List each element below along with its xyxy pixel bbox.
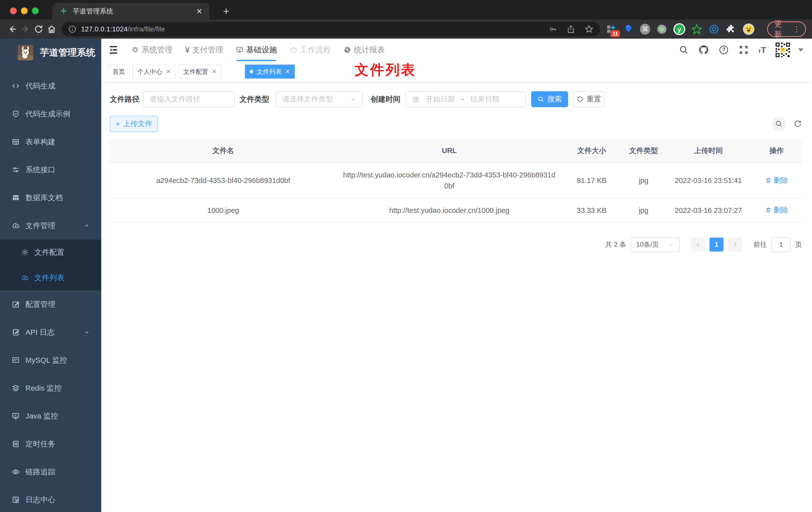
new-tab-button[interactable]: + — [220, 4, 233, 18]
tab-title: 芋道管理系统 — [73, 7, 113, 16]
sidebar-item-java-monitor[interactable]: Java 监控 — [0, 402, 101, 430]
browser-menu-icon[interactable]: ⋮ — [793, 27, 800, 31]
tag-close-icon[interactable]: ✕ — [166, 68, 171, 75]
extensions-puzzle-icon[interactable] — [725, 23, 737, 35]
nav-infrastructure[interactable]: 基础设施 — [236, 39, 277, 61]
close-window-button[interactable] — [10, 7, 17, 14]
file-path-input[interactable]: 请输入文件路径 — [143, 91, 235, 107]
nav-pay-manage[interactable]: ¥ 支付管理 — [185, 39, 223, 61]
file-type-select[interactable]: 请选择文件类型 — [276, 91, 362, 107]
chevron-down-icon — [350, 96, 356, 102]
col-uploaded: 上传时间 — [666, 139, 751, 162]
cell-size: 81.17 KB — [562, 169, 621, 192]
sidebar-item-api-log[interactable]: API 日志 — [0, 318, 101, 346]
delete-button[interactable]: 删除 — [765, 175, 788, 186]
schedule-clock-icon — [11, 440, 20, 448]
github-icon[interactable] — [698, 44, 709, 56]
code-icon — [11, 82, 20, 90]
reload-button[interactable] — [32, 22, 45, 37]
prev-page-button[interactable] — [691, 238, 705, 251]
sidebar-item-system-api[interactable]: 系统接口 — [0, 156, 101, 184]
font-size-icon[interactable]: тT — [758, 45, 766, 55]
chevron-up-icon — [84, 222, 90, 229]
tag-file-config[interactable]: 文件配置✕ — [179, 65, 222, 79]
sidebar-item-log-center[interactable]: 日志中心 — [0, 486, 101, 512]
sidebar-item-config-manage[interactable]: 配置管理 — [0, 291, 101, 318]
chevron-down-icon — [669, 242, 674, 247]
eye-extension-icon[interactable] — [708, 23, 720, 35]
toggle-search-icon[interactable] — [772, 117, 786, 131]
password-key-icon[interactable] — [548, 25, 557, 34]
yen-icon: ¥ — [185, 45, 190, 55]
reset-button[interactable]: 重置 — [573, 91, 605, 107]
sidebar-item-form-builder[interactable]: 表单构建 — [0, 128, 101, 156]
fullscreen-icon[interactable] — [738, 44, 749, 56]
table-row: a294ecb2-73dd-4353-bf40-296b8931d0bf htt… — [110, 163, 802, 199]
nav-reports[interactable]: 统计报表 — [343, 39, 385, 61]
top-header: 系统管理 ¥ 支付管理 基础设施 工作流程 统计报表 — [101, 39, 812, 61]
total-count: 共 2 条 — [605, 240, 626, 249]
sidebar-item-tracing[interactable]: 链路追踪 — [0, 458, 101, 486]
tag-profile[interactable]: 个人中心✕ — [133, 65, 176, 79]
pagination: 共 2 条 10条/页 1 前往 页 — [110, 237, 802, 252]
avatar-caret-icon[interactable] — [798, 48, 804, 52]
sidebar-item-scheduled-jobs[interactable]: 定时任务 — [0, 430, 101, 458]
search-icon[interactable] — [678, 44, 690, 56]
nav-system-manage[interactable]: 系统管理 — [131, 39, 173, 61]
col-actions: 操作 — [751, 139, 802, 162]
col-filename: 文件名 — [110, 139, 337, 162]
sidepanel-extension-icon[interactable]: 11 — [606, 23, 617, 35]
sidebar-item-redis-monitor[interactable]: Redis 监控 — [0, 374, 101, 402]
sidebar-item-file-list[interactable]: 文件列表 — [0, 265, 101, 291]
upload-file-button[interactable]: + 上传文件 — [110, 116, 158, 132]
search-button[interactable]: 搜索 — [531, 91, 568, 107]
window-controls[interactable] — [10, 7, 39, 14]
tab-close-icon[interactable]: ✕ — [196, 7, 203, 16]
recorder-extension-icon[interactable] — [656, 23, 667, 35]
goto-page-input[interactable] — [771, 237, 791, 252]
tag-close-icon[interactable]: ✕ — [285, 68, 290, 75]
forward-button[interactable] — [19, 22, 32, 37]
nav-workflow[interactable]: 工作流程 — [290, 39, 331, 61]
refresh-table-icon[interactable] — [793, 120, 802, 128]
sidebar-item-mysql-monitor[interactable]: MySQL 监控 — [0, 346, 101, 374]
sidebar-item-file-config[interactable]: 文件配置 — [0, 240, 101, 265]
user-avatar[interactable] — [775, 42, 791, 58]
browser-tab[interactable]: 芋道管理系统 ✕ — [52, 3, 209, 20]
home-button[interactable] — [45, 22, 58, 37]
sidebar-item-db-doc[interactable]: 数据库文档 — [0, 184, 101, 212]
command-extension-icon[interactable]: ⌘ — [640, 24, 650, 35]
bookmark-star-icon[interactable] — [584, 24, 594, 34]
date-separator: - — [461, 95, 464, 103]
date-end-placeholder: 结束日期 — [470, 94, 499, 104]
delete-button[interactable]: 删除 — [765, 204, 788, 215]
share-icon[interactable] — [567, 25, 575, 34]
sidebar-item-code-gen[interactable]: 代码生成 — [0, 72, 101, 100]
url-text: 127.0.0.1:1024/infra/file/file — [81, 25, 165, 33]
y-extension-icon[interactable]: y — [673, 23, 685, 35]
document-edit-icon — [11, 328, 20, 336]
profile-avatar-icon[interactable] — [743, 23, 755, 35]
update-label: 更新 — [774, 19, 788, 40]
address-bar[interactable]: 127.0.0.1:1024/infra/file/file — [62, 22, 600, 36]
sliders-icon — [11, 165, 20, 174]
sidebar-item-file-manage[interactable]: 文件管理 — [0, 212, 101, 240]
help-icon[interactable] — [718, 44, 729, 56]
balloon-extension-icon[interactable] — [623, 23, 634, 35]
cell-uploaded: 2022-03-16 23:07:27 — [666, 199, 751, 222]
browser-update-button[interactable]: 更新 ⋮ — [767, 22, 806, 37]
tag-close-icon[interactable]: ✕ — [212, 68, 217, 75]
collapse-sidebar-icon[interactable] — [105, 41, 122, 59]
sidebar-item-code-demo[interactable]: 代码生成示例 — [0, 100, 101, 128]
star-extension-icon[interactable] — [691, 23, 702, 35]
back-button[interactable] — [6, 22, 19, 37]
page-number-button[interactable]: 1 — [709, 238, 723, 251]
maximize-window-button[interactable] — [32, 7, 39, 14]
date-range-picker[interactable]: 开始日期 - 结束日期 — [406, 91, 526, 107]
tag-home[interactable]: 首页 — [108, 65, 130, 79]
page-size-select[interactable]: 10条/页 — [631, 237, 679, 252]
tag-file-list[interactable]: 文件列表✕ — [245, 65, 295, 79]
minimize-window-button[interactable] — [21, 7, 28, 14]
site-info-icon[interactable] — [68, 25, 77, 33]
next-page-button[interactable] — [728, 238, 742, 251]
